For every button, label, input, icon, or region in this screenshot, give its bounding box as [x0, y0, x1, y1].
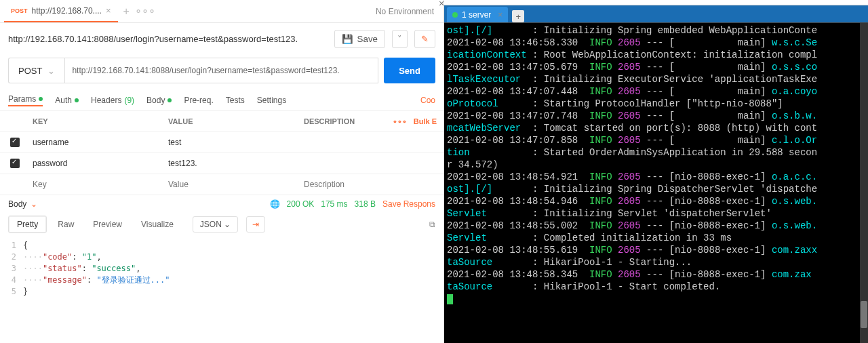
http-method-select[interactable]: POST ⌄ — [8, 58, 64, 83]
url-title-row: http://192.168.70.141:8088/user/login?us… — [0, 23, 443, 55]
bulk-edit-link[interactable]: Bulk E — [414, 117, 437, 125]
pencil-icon: ✎ — [421, 34, 429, 44]
tab-body[interactable]: Body — [146, 96, 172, 105]
tab-raw[interactable]: Raw — [50, 216, 82, 233]
param-key-input[interactable] — [33, 159, 165, 168]
param-desc-input[interactable] — [304, 159, 443, 168]
save-label: Save — [357, 34, 378, 44]
close-icon[interactable]: × — [106, 5, 111, 16]
copy-icon[interactable]: ⧉ — [429, 220, 435, 229]
send-button[interactable]: Send — [384, 58, 435, 83]
status-code: 200 OK — [287, 199, 315, 209]
tab-pretty[interactable]: Pretty — [8, 216, 47, 233]
tab-visualize[interactable]: Visualize — [133, 216, 182, 233]
edit-button[interactable]: ✎ — [414, 30, 435, 48]
chevron-down-icon: ⌄ — [47, 66, 55, 76]
plus-icon[interactable]: + — [123, 5, 130, 18]
param-key-input[interactable] — [33, 138, 165, 147]
url-input[interactable] — [64, 58, 378, 83]
status-time: 175 ms — [321, 199, 347, 209]
tab-auth[interactable]: Auth — [55, 96, 79, 105]
tab-label: http://192.168.70.... — [32, 6, 102, 16]
cookies-link[interactable]: Coo — [420, 96, 435, 105]
status-dot-icon — [167, 98, 172, 102]
params-table: KEY VALUE DESCRIPTION ∘∘∘ Bulk E — [0, 110, 443, 195]
save-dropdown[interactable]: ˅ — [392, 30, 408, 48]
save-button[interactable]: 💾 Save — [334, 30, 385, 48]
status-dot-icon — [452, 12, 458, 18]
status-dot-icon — [75, 98, 79, 102]
response-code: 1{ 2····"code": "1", 3····"status": "suc… — [0, 237, 443, 298]
tab-params[interactable]: Params — [8, 94, 43, 106]
table-row — [0, 153, 443, 174]
save-icon: 💾 — [342, 34, 353, 44]
col-desc: DESCRIPTION — [301, 117, 393, 125]
tab-headers[interactable]: Headers (9) — [91, 96, 134, 105]
more-icon[interactable]: ∘∘∘ — [135, 5, 155, 18]
close-icon[interactable]: × — [439, 0, 444, 9]
chevron-down-icon: ⌄ — [31, 199, 37, 209]
param-desc-input[interactable] — [304, 138, 443, 147]
checkbox[interactable] — [10, 159, 20, 168]
checkbox[interactable] — [10, 138, 20, 147]
col-key: KEY — [30, 117, 165, 125]
tab-method: POST — [11, 7, 28, 14]
close-icon[interactable]: × — [498, 10, 502, 20]
terminal-tab[interactable]: 1 server × — [447, 7, 508, 22]
response-body-select[interactable]: Body ⌄ — [8, 199, 37, 209]
col-value: VALUE — [165, 117, 301, 125]
more-icon[interactable]: ∘∘∘ — [393, 117, 407, 126]
status-dot-icon — [39, 97, 43, 101]
chevron-down-icon: ⌄ — [224, 220, 231, 229]
method-label: POST — [18, 66, 42, 76]
terminal-pane: × 1 server × + ost].[/] : Initializing S… — [444, 0, 868, 343]
tabs-bar: POST http://192.168.70.... × + ∘∘∘ No En… — [0, 0, 443, 23]
table-row-empty — [0, 174, 443, 195]
terminal-tab-label: 1 server — [462, 10, 491, 20]
request-title: http://192.168.70.141:8088/user/login?us… — [8, 34, 328, 44]
response-view-tabs: Pretty Raw Preview Visualize JSON ⌄ ⇥ ⧉ — [0, 213, 443, 237]
environment-select[interactable]: No Environment — [376, 7, 439, 16]
save-response-link[interactable]: Save Respons — [382, 199, 435, 209]
param-key-input[interactable] — [33, 180, 165, 189]
header-count: (9) — [124, 96, 134, 105]
chevron-down-icon: ˅ — [397, 34, 402, 44]
param-desc-input[interactable] — [304, 180, 443, 189]
response-bar: Body ⌄ 🌐 200 OK 175 ms 318 B Save Respon… — [0, 195, 443, 213]
scrollbar[interactable] — [860, 23, 868, 343]
request-tab[interactable]: POST http://192.168.70.... × — [4, 0, 118, 22]
params-header-row: KEY VALUE DESCRIPTION ∘∘∘ Bulk E — [0, 111, 443, 132]
method-url-row: POST ⌄ Send — [0, 55, 443, 90]
tab-tests[interactable]: Tests — [226, 96, 245, 105]
request-subtabs: Params Auth Headers (9) Body Pre-req. Te… — [0, 90, 443, 110]
tab-settings[interactable]: Settings — [257, 96, 286, 105]
param-value-input[interactable] — [168, 180, 301, 189]
plus-icon[interactable]: + — [512, 10, 524, 22]
globe-icon[interactable]: 🌐 — [270, 199, 280, 209]
tab-preview[interactable]: Preview — [85, 216, 130, 233]
terminal-body[interactable]: ost].[/] : Initializing Spring embedded … — [444, 23, 868, 343]
param-value-input[interactable] — [168, 159, 301, 168]
wrap-icon[interactable]: ⇥ — [246, 216, 265, 233]
param-value-input[interactable] — [168, 138, 301, 147]
terminal-tabs: 1 server × + — [444, 5, 868, 23]
status-size: 318 B — [355, 199, 376, 209]
tab-prereq[interactable]: Pre-req. — [184, 96, 213, 105]
scrollbar-thumb[interactable] — [861, 301, 867, 328]
postman-pane: POST http://192.168.70.... × + ∘∘∘ No En… — [0, 0, 444, 343]
table-row — [0, 132, 443, 153]
format-select[interactable]: JSON ⌄ — [193, 216, 238, 233]
